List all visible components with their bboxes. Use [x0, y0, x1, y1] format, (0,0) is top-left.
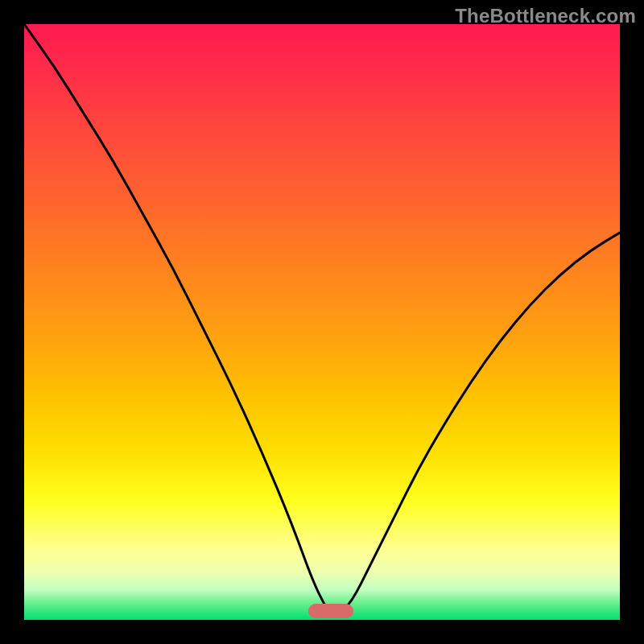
bottleneck-curve [24, 24, 620, 614]
curve-layer [24, 24, 620, 620]
watermark-text: TheBottleneck.com [455, 5, 636, 27]
chart-frame: TheBottleneck.com [0, 0, 644, 644]
optimum-marker [308, 604, 353, 618]
